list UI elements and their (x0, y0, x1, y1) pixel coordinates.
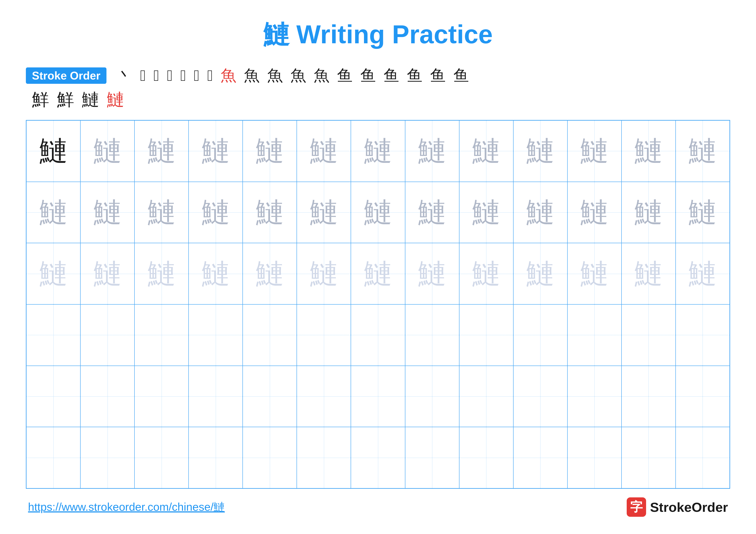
grid-cell-r3c2[interactable]: 鰱 (80, 243, 134, 304)
stroke-step-14: 鱼 (357, 65, 380, 86)
grid-cell-r1c1[interactable]: 鰱 (26, 120, 80, 182)
grid-cell-r1c3[interactable]: 鰱 (134, 120, 189, 182)
grid-cell-r4c13[interactable] (676, 304, 730, 366)
grid-cell-r4c1[interactable] (26, 304, 80, 366)
grid-cell-r5c12[interactable] (622, 366, 676, 427)
grid-cell-r1c7[interactable]: 鰱 (351, 120, 405, 182)
grid-cell-r5c10[interactable] (513, 366, 567, 427)
practice-char: 鰱 (310, 255, 338, 293)
stroke-step-17: 鱼 (426, 65, 449, 86)
stroke-step-18: 鱼 (449, 65, 473, 86)
grid-cell-r6c8[interactable] (405, 427, 459, 488)
grid-cell-r4c12[interactable] (622, 304, 676, 366)
grid-cell-r3c4[interactable]: 鰱 (189, 243, 243, 304)
grid-cell-r2c2[interactable]: 鰱 (80, 182, 134, 243)
grid-cell-r1c6[interactable]: 鰱 (297, 120, 351, 182)
stroke-step-20: 鮮 (53, 88, 78, 111)
grid-cell-r4c10[interactable] (513, 304, 567, 366)
grid-cell-r5c8[interactable] (405, 366, 459, 427)
practice-char: 鰱 (256, 193, 284, 231)
grid-cell-r4c5[interactable] (243, 304, 297, 366)
grid-cell-r6c6[interactable] (297, 427, 351, 488)
grid-cell-r2c6[interactable]: 鰱 (297, 182, 351, 243)
grid-cell-r4c7[interactable] (351, 304, 405, 366)
grid-cell-r6c13[interactable] (676, 427, 730, 488)
grid-cell-r6c1[interactable] (26, 427, 80, 488)
grid-cell-r5c5[interactable] (243, 366, 297, 427)
grid-cell-r5c7[interactable] (351, 366, 405, 427)
grid-cell-r5c1[interactable] (26, 366, 80, 427)
grid-cell-r2c3[interactable]: 鰱 (134, 182, 189, 243)
grid-cell-r3c9[interactable]: 鰱 (459, 243, 513, 304)
grid-cell-r3c10[interactable]: 鰱 (513, 243, 567, 304)
grid-cell-r5c3[interactable] (134, 366, 189, 427)
stroke-step-12: 魚 (310, 65, 333, 86)
grid-cell-r2c10[interactable]: 鰱 (513, 182, 567, 243)
stroke-step-7: 𰻞 (203, 67, 217, 85)
grid-cell-r3c12[interactable]: 鰱 (622, 243, 676, 304)
grid-cell-r6c12[interactable] (622, 427, 676, 488)
grid-cell-r3c7[interactable]: 鰱 (351, 243, 405, 304)
grid-cell-r5c11[interactable] (567, 366, 622, 427)
grid-cell-r4c3[interactable] (134, 304, 189, 366)
grid-cell-r4c11[interactable] (567, 304, 622, 366)
grid-cell-r1c4[interactable]: 鰱 (189, 120, 243, 182)
grid-cell-r5c9[interactable] (459, 366, 513, 427)
grid-cell-r5c6[interactable] (297, 366, 351, 427)
grid-cell-r5c2[interactable] (80, 366, 134, 427)
grid-cell-r6c7[interactable] (351, 427, 405, 488)
grid-cell-r6c5[interactable] (243, 427, 297, 488)
practice-char: 鰱 (94, 132, 122, 170)
grid-cell-r1c5[interactable]: 鰱 (243, 120, 297, 182)
grid-cell-r2c5[interactable]: 鰱 (243, 182, 297, 243)
grid-cell-r2c8[interactable]: 鰱 (405, 182, 459, 243)
grid-cell-r3c13[interactable]: 鰱 (676, 243, 730, 304)
grid-cell-r3c5[interactable]: 鰱 (243, 243, 297, 304)
grid-cell-r1c11[interactable]: 鰱 (567, 120, 622, 182)
grid-cell-r6c4[interactable] (189, 427, 243, 488)
grid-cell-r6c2[interactable] (80, 427, 134, 488)
stroke-order-section: Stroke Order 丶 𠄌 𠃊 𠃍 𠃑 𠂇 𰻞 魚 魚 魚 魚 魚 鱼 鱼… (26, 65, 730, 111)
grid-cell-r2c12[interactable]: 鰱 (622, 182, 676, 243)
grid-cell-r2c9[interactable]: 鰱 (459, 182, 513, 243)
practice-char: 鰱 (526, 132, 554, 170)
grid-cell-r1c9[interactable]: 鰱 (459, 120, 513, 182)
grid-cell-r3c3[interactable]: 鰱 (134, 243, 189, 304)
grid-cell-r2c4[interactable]: 鰱 (189, 182, 243, 243)
footer: https://www.strokeorder.com/chinese/鰱 字 … (26, 497, 730, 517)
stroke-step-13: 鱼 (333, 65, 357, 86)
grid-cell-r6c9[interactable] (459, 427, 513, 488)
grid-cell-r1c12[interactable]: 鰱 (622, 120, 676, 182)
grid-cell-r1c2[interactable]: 鰱 (80, 120, 134, 182)
stroke-step-22: 鰱 (103, 88, 128, 111)
grid-cell-r6c3[interactable] (134, 427, 189, 488)
grid-cell-r3c1[interactable]: 鰱 (26, 243, 80, 304)
grid-cell-r1c10[interactable]: 鰱 (513, 120, 567, 182)
grid-cell-r6c10[interactable] (513, 427, 567, 488)
footer-url[interactable]: https://www.strokeorder.com/chinese/鰱 (28, 499, 225, 515)
stroke-step-15: 鱼 (380, 65, 403, 86)
grid-cell-r3c8[interactable]: 鰱 (405, 243, 459, 304)
grid-cell-r6c11[interactable] (567, 427, 622, 488)
grid-cell-r4c8[interactable] (405, 304, 459, 366)
grid-cell-r4c9[interactable] (459, 304, 513, 366)
grid-cell-r2c13[interactable]: 鰱 (676, 182, 730, 243)
grid-cell-r1c8[interactable]: 鰱 (405, 120, 459, 182)
grid-cell-r1c13[interactable]: 鰱 (676, 120, 730, 182)
grid-cell-r5c4[interactable] (189, 366, 243, 427)
footer-logo: 字 StrokeOrder (627, 497, 728, 517)
grid-cell-r5c13[interactable] (676, 366, 730, 427)
practice-char: 鰱 (40, 255, 68, 293)
stroke-step-21: 鰱 (78, 88, 103, 111)
grid-cell-r3c11[interactable]: 鰱 (567, 243, 622, 304)
grid-cell-r2c7[interactable]: 鰱 (351, 182, 405, 243)
practice-grid: 鰱 鰱 鰱 鰱 鰱 鰱 鰱 鰱 鰱 鰱 鰱 鰱 鰱 鰱 鰱 鰱 鰱 鰱 鰱 鰱 … (26, 120, 730, 489)
grid-cell-r3c6[interactable]: 鰱 (297, 243, 351, 304)
grid-cell-r2c1[interactable]: 鰱 (26, 182, 80, 243)
grid-cell-r4c4[interactable] (189, 304, 243, 366)
grid-cell-r4c2[interactable] (80, 304, 134, 366)
practice-char: 鰱 (634, 132, 662, 170)
grid-cell-r4c6[interactable] (297, 304, 351, 366)
grid-cell-r2c11[interactable]: 鰱 (567, 182, 622, 243)
practice-char: 鰱 (364, 255, 392, 293)
